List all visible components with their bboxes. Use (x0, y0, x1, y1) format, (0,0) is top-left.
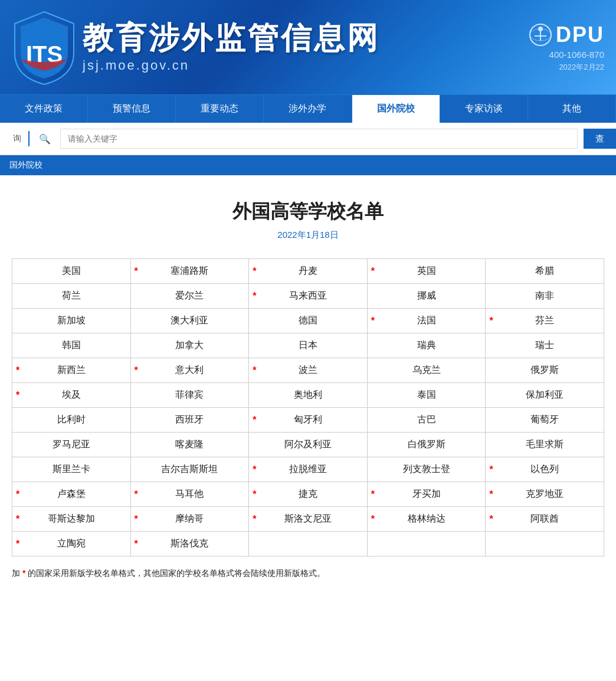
site-header: ITS 教育涉外监管信息网 jsj.moe.gov.cn DPU 400-106… (0, 0, 616, 94)
star-marker: * (489, 464, 493, 475)
star-marker: * (253, 365, 256, 376)
star-marker: * (371, 489, 375, 500)
country-cell[interactable]: *牙买加 (367, 482, 486, 507)
country-cell[interactable]: 奥地利 (249, 383, 368, 408)
country-cell[interactable]: 阿尔及利亚 (249, 433, 368, 457)
country-cell[interactable]: *马耳他 (130, 482, 249, 507)
country-cell[interactable]: 俄罗斯 (486, 358, 604, 383)
country-cell[interactable]: *斯洛伐克 (130, 532, 249, 556)
country-cell[interactable]: *以色列 (486, 457, 604, 482)
country-cell[interactable]: 乌克兰 (367, 358, 486, 383)
country-cell[interactable]: *马来西亚 (249, 284, 368, 309)
country-cell[interactable]: *摩纳哥 (130, 507, 249, 532)
country-cell[interactable]: 澳大利亚 (130, 309, 249, 333)
star-marker: * (253, 266, 256, 277)
country-cell[interactable]: *法国 (367, 309, 486, 333)
country-name: 斯洛伐克 (171, 538, 208, 548)
nav-item-wendian[interactable]: 文件政策 (0, 95, 88, 123)
star-marker: * (371, 514, 375, 525)
country-cell[interactable]: 西班牙 (130, 408, 249, 433)
country-name: 意大利 (175, 365, 204, 375)
country-cell[interactable]: 喀麦隆 (130, 433, 249, 457)
country-cell[interactable]: *格林纳达 (367, 507, 486, 532)
country-cell[interactable]: *克罗地亚 (486, 482, 604, 507)
country-cell[interactable]: *阿联酋 (486, 507, 604, 532)
country-cell[interactable]: 菲律宾 (130, 383, 249, 408)
country-cell[interactable]: 南非 (486, 284, 604, 309)
country-name: 日本 (299, 340, 317, 350)
country-cell[interactable]: *埃及 (12, 383, 131, 408)
country-cell[interactable]: 挪威 (367, 284, 486, 309)
header-date: 2022年2月22 (559, 62, 604, 73)
country-cell[interactable]: *塞浦路斯 (130, 259, 249, 284)
country-cell[interactable]: 瑞典 (367, 333, 486, 358)
country-cell[interactable]: 列支敦士登 (367, 457, 486, 482)
country-cell[interactable]: 希腊 (486, 259, 604, 284)
country-name: 奥地利 (294, 389, 322, 400)
search-input[interactable] (60, 129, 578, 149)
country-cell[interactable]: *捷克 (249, 482, 368, 507)
nav-item-guowai[interactable]: 国外院校 (352, 95, 440, 123)
country-cell[interactable]: *斯洛文尼亚 (249, 507, 368, 532)
country-name: 卢森堡 (57, 489, 86, 499)
country-name: 摩纳哥 (175, 513, 204, 523)
country-cell[interactable]: 日本 (249, 333, 368, 358)
country-cell[interactable]: *拉脱维亚 (249, 457, 368, 482)
search-button[interactable]: 查 (584, 129, 616, 149)
country-cell[interactable] (367, 532, 486, 556)
nav-item-banxue[interactable]: 涉外办学 (264, 95, 352, 123)
country-cell[interactable]: 古巴 (367, 408, 486, 433)
country-name: 毛里求斯 (526, 439, 563, 449)
country-cell[interactable]: 泰国 (367, 383, 486, 408)
country-name: 芬兰 (535, 315, 554, 325)
country-cell[interactable]: 毛里求斯 (486, 433, 604, 457)
country-cell[interactable]: *英国 (367, 259, 486, 284)
star-marker: * (253, 291, 256, 302)
country-cell[interactable]: 比利时 (12, 408, 131, 433)
country-cell[interactable]: 保加利亚 (486, 383, 604, 408)
country-name: 波兰 (299, 365, 317, 375)
country-name: 克罗地亚 (526, 489, 563, 499)
country-cell[interactable]: 斯里兰卡 (12, 457, 131, 482)
country-cell[interactable]: 德国 (249, 309, 368, 333)
country-cell[interactable]: 吉尔吉斯斯坦 (130, 457, 249, 482)
country-name: 牙买加 (412, 489, 441, 499)
country-cell[interactable]: *立陶宛 (12, 532, 131, 556)
nav-item-zhuanjia[interactable]: 专家访谈 (440, 95, 528, 123)
country-cell[interactable]: *丹麦 (249, 259, 368, 284)
country-cell[interactable]: *芬兰 (486, 309, 604, 333)
page-date: 2022年1月18日 (12, 230, 604, 241)
header-right: DPU 400-1066-870 2022年2月22 (529, 22, 604, 73)
search-left-label: 询 (6, 131, 30, 146)
country-cell[interactable]: 韩国 (12, 333, 131, 358)
country-cell[interactable] (486, 532, 604, 556)
country-cell[interactable]: 荷兰 (12, 284, 131, 309)
country-cell[interactable] (249, 532, 368, 556)
country-cell[interactable]: 加拿大 (130, 333, 249, 358)
country-name: 韩国 (62, 340, 81, 350)
country-name: 加拿大 (175, 340, 204, 350)
country-cell[interactable]: *意大利 (130, 358, 249, 383)
country-cell[interactable]: 瑞士 (486, 333, 604, 358)
country-cell[interactable]: *哥斯达黎加 (12, 507, 131, 532)
star-marker: * (371, 266, 375, 277)
country-cell[interactable]: *新西兰 (12, 358, 131, 383)
country-cell[interactable]: 美国 (12, 259, 131, 284)
country-cell[interactable]: 新加坡 (12, 309, 131, 333)
country-cell[interactable]: *波兰 (249, 358, 368, 383)
country-cell[interactable]: 爱尔兰 (130, 284, 249, 309)
dpu-brand-text: DPU (556, 22, 604, 47)
country-cell[interactable]: 罗马尼亚 (12, 433, 131, 457)
country-cell[interactable]: *卢森堡 (12, 482, 131, 507)
star-marker: * (135, 514, 138, 525)
nav-item-yujing[interactable]: 预警信息 (88, 95, 176, 123)
country-name: 新西兰 (57, 365, 86, 375)
note-content: 的国家采用新版学校名单格式，其他国家的学校名单格式将会陆续使用新版格式。 (28, 568, 325, 578)
country-cell[interactable]: 白俄罗斯 (367, 433, 486, 457)
country-cell[interactable]: 葡萄牙 (486, 408, 604, 433)
country-cell[interactable]: *匈牙利 (249, 408, 368, 433)
country-name: 拉脱维亚 (289, 464, 327, 474)
search-bar: 询 🔍 查 (0, 123, 616, 155)
nav-item-other[interactable]: 其他 (528, 95, 616, 123)
nav-item-dongtai[interactable]: 重要动态 (176, 95, 264, 123)
